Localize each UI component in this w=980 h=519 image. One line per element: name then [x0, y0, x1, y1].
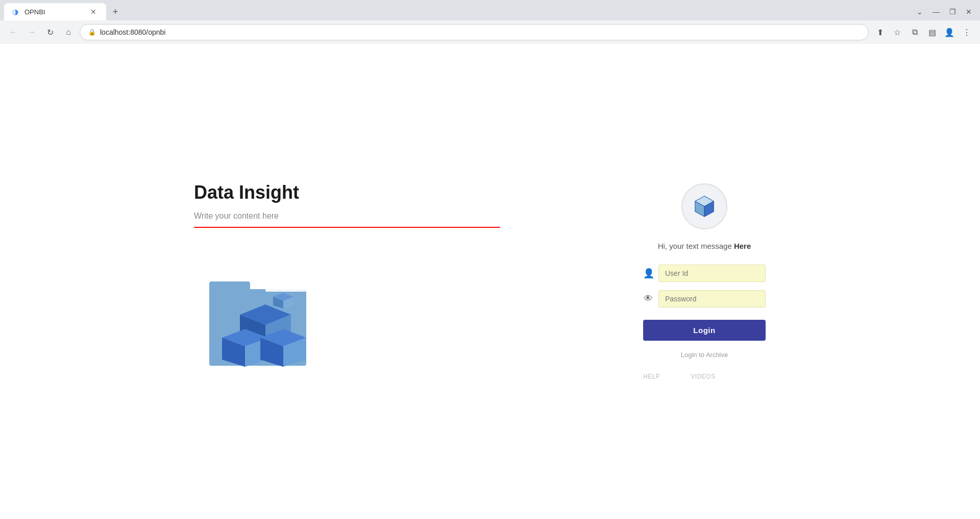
svg-rect-1: [209, 281, 250, 293]
bottom-links: HELP VIDEOS: [643, 373, 766, 380]
minimize-button[interactable]: —: [929, 5, 943, 19]
window-controls: ⌄ — ❐ ✕: [913, 5, 976, 19]
browser-toolbar: ← → ↻ ⌂ 🔒 localhost:8080/opnbi ⬆ ☆ ⧉ ▤ 👤…: [0, 20, 980, 44]
reload-button[interactable]: ↻: [43, 25, 57, 39]
login-button[interactable]: Login: [643, 320, 766, 341]
active-tab[interactable]: ◑ OPNBI ✕: [4, 3, 106, 20]
home-button[interactable]: ⌂: [61, 25, 76, 39]
browser-titlebar: ◑ OPNBI ✕ + ⌄ — ❐ ✕: [0, 0, 980, 20]
extensions-button[interactable]: ⧉: [908, 25, 922, 39]
greeting-prefix: Hi, your text message: [658, 242, 734, 250]
greeting-bold: Here: [734, 242, 751, 250]
back-button[interactable]: ←: [6, 25, 20, 39]
bookmark-button[interactable]: ☆: [890, 25, 904, 39]
page-content: Data Insight Write your content here: [0, 44, 980, 519]
cubes-svg: [194, 248, 327, 381]
right-section: Hi, your text message Here 👤 👁 Login Log…: [623, 173, 786, 390]
tab-favicon: ◑: [12, 8, 20, 16]
subtitle-wrapper: Write your content here: [194, 211, 500, 228]
share-button[interactable]: ⬆: [873, 25, 887, 39]
left-section: Data Insight Write your content here: [194, 182, 500, 381]
password-input[interactable]: [658, 290, 766, 308]
menu-button[interactable]: ⋮: [960, 25, 974, 39]
greeting-text: Hi, your text message Here: [658, 242, 751, 250]
user-icon: 👤: [643, 268, 653, 279]
password-row: 👁: [643, 290, 766, 308]
logo-cube-icon: [692, 194, 717, 219]
userid-row: 👤: [643, 265, 766, 282]
app-title: Data Insight: [194, 182, 500, 203]
lock-icon: 🔒: [88, 29, 96, 36]
toolbar-right: ⬆ ☆ ⧉ ▤ 👤 ⋮: [873, 25, 974, 39]
sidebar-button[interactable]: ▤: [925, 25, 939, 39]
profile-button[interactable]: 👤: [942, 25, 957, 39]
login-to-archive-link[interactable]: Login to Archive: [643, 351, 766, 359]
close-button[interactable]: ✕: [962, 5, 976, 19]
app-subtitle: Write your content here: [194, 211, 279, 221]
dropdown-control[interactable]: ⌄: [913, 5, 927, 19]
browser-chrome: ◑ OPNBI ✕ + ⌄ — ❐ ✕ ← → ↻ ⌂ 🔒 localhost:…: [0, 0, 980, 44]
new-tab-button[interactable]: +: [108, 5, 122, 19]
help-link[interactable]: HELP: [643, 373, 660, 380]
eye-icon: 👁: [643, 293, 653, 304]
url-text: localhost:8080/opnbi: [100, 28, 165, 36]
tab-title: OPNBI: [24, 8, 45, 16]
logo-circle: [681, 183, 727, 229]
main-layout: Data Insight Write your content here: [133, 173, 847, 390]
subtitle-underline: [194, 227, 500, 228]
cubes-illustration: [194, 248, 327, 381]
userid-input[interactable]: [658, 265, 766, 282]
videos-link[interactable]: VIDEOS: [691, 373, 715, 380]
tab-bar: ◑ OPNBI ✕ +: [4, 3, 909, 20]
maximize-button[interactable]: ❐: [945, 5, 960, 19]
svg-rect-2: [265, 282, 306, 292]
forward-button[interactable]: →: [24, 25, 39, 39]
tab-close-button[interactable]: ✕: [89, 7, 98, 16]
login-form: 👤 👁 Login Login to Archive HELP VIDEOS: [643, 265, 766, 380]
address-bar[interactable]: 🔒 localhost:8080/opnbi: [80, 24, 869, 40]
